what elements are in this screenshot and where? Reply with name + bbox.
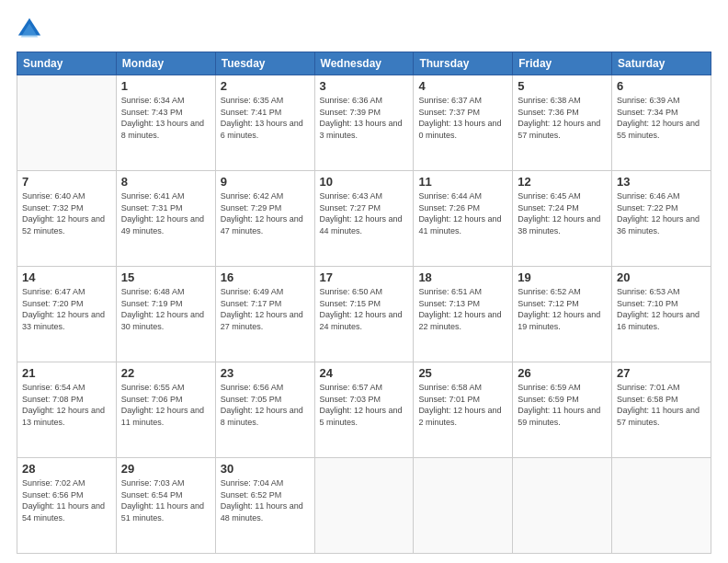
day-info: Sunrise: 7:04 AMSunset: 6:52 PMDaylight:… [221,477,310,523]
day-number: 11 [418,175,507,189]
weekday-header: Sunday [17,52,117,75]
day-number: 24 [320,366,409,380]
day-info: Sunrise: 6:49 AMSunset: 7:17 PMDaylight:… [221,286,310,332]
calendar-cell: 18Sunrise: 6:51 AMSunset: 7:13 PMDayligh… [414,267,513,362]
calendar-cell: 22Sunrise: 6:55 AMSunset: 7:06 PMDayligh… [116,362,215,458]
day-info: Sunrise: 7:03 AMSunset: 6:54 PMDaylight:… [121,477,210,523]
calendar-cell: 3Sunrise: 6:36 AMSunset: 7:39 PMDaylight… [314,75,414,171]
day-number: 4 [418,79,507,93]
day-info: Sunrise: 6:35 AMSunset: 7:41 PMDaylight:… [221,95,310,141]
calendar-week-row: 14Sunrise: 6:47 AMSunset: 7:20 PMDayligh… [17,267,711,362]
day-info: Sunrise: 6:34 AMSunset: 7:43 PMDaylight:… [121,95,210,141]
calendar-cell [612,458,711,554]
calendar-week-row: 7Sunrise: 6:40 AMSunset: 7:32 PMDaylight… [17,171,711,267]
weekday-header: Monday [116,52,215,75]
day-number: 19 [518,270,607,284]
day-number: 6 [617,79,706,93]
day-info: Sunrise: 6:50 AMSunset: 7:15 PMDaylight:… [320,286,409,332]
calendar-cell: 6Sunrise: 6:39 AMSunset: 7:34 PMDaylight… [612,75,711,171]
calendar-cell: 25Sunrise: 6:58 AMSunset: 7:01 PMDayligh… [414,362,513,458]
header [17,17,711,42]
logo [17,17,46,42]
day-number: 13 [617,175,706,189]
day-info: Sunrise: 6:59 AMSunset: 6:59 PMDaylight:… [518,382,607,428]
day-number: 20 [617,270,706,284]
calendar-cell: 5Sunrise: 6:38 AMSunset: 7:36 PMDaylight… [513,75,612,171]
day-number: 30 [221,462,310,476]
day-number: 21 [22,366,111,380]
day-number: 16 [221,270,310,284]
calendar-cell: 19Sunrise: 6:52 AMSunset: 7:12 PMDayligh… [513,267,612,362]
calendar-cell: 26Sunrise: 6:59 AMSunset: 6:59 PMDayligh… [513,362,612,458]
logo-icon [17,17,42,42]
calendar-cell: 12Sunrise: 6:45 AMSunset: 7:24 PMDayligh… [513,171,612,267]
day-number: 28 [22,462,111,476]
calendar-cell: 17Sunrise: 6:50 AMSunset: 7:15 PMDayligh… [314,267,414,362]
day-info: Sunrise: 6:44 AMSunset: 7:26 PMDaylight:… [418,190,507,236]
day-number: 18 [418,270,507,284]
calendar-cell [414,458,513,554]
day-number: 9 [221,175,310,189]
calendar-cell [17,75,117,171]
day-number: 10 [320,175,409,189]
page: SundayMondayTuesdayWednesdayThursdayFrid… [0,0,728,563]
calendar-cell: 2Sunrise: 6:35 AMSunset: 7:41 PMDaylight… [215,75,314,171]
calendar-cell: 30Sunrise: 7:04 AMSunset: 6:52 PMDayligh… [215,458,314,554]
day-number: 8 [121,175,210,189]
calendar-cell: 27Sunrise: 7:01 AMSunset: 6:58 PMDayligh… [612,362,711,458]
day-number: 2 [221,79,310,93]
day-info: Sunrise: 6:42 AMSunset: 7:29 PMDaylight:… [221,190,310,236]
day-info: Sunrise: 6:41 AMSunset: 7:31 PMDaylight:… [121,190,210,236]
day-info: Sunrise: 6:54 AMSunset: 7:08 PMDaylight:… [22,382,111,428]
day-info: Sunrise: 6:57 AMSunset: 7:03 PMDaylight:… [320,382,409,428]
day-info: Sunrise: 6:45 AMSunset: 7:24 PMDaylight:… [518,190,607,236]
calendar-week-row: 1Sunrise: 6:34 AMSunset: 7:43 PMDaylight… [17,75,711,171]
calendar-cell: 11Sunrise: 6:44 AMSunset: 7:26 PMDayligh… [414,171,513,267]
day-info: Sunrise: 6:40 AMSunset: 7:32 PMDaylight:… [22,190,111,236]
calendar-cell: 14Sunrise: 6:47 AMSunset: 7:20 PMDayligh… [17,267,117,362]
weekday-header: Tuesday [215,52,314,75]
day-number: 25 [418,366,507,380]
day-number: 12 [518,175,607,189]
calendar-week-row: 21Sunrise: 6:54 AMSunset: 7:08 PMDayligh… [17,362,711,458]
calendar-cell [314,458,414,554]
day-info: Sunrise: 7:02 AMSunset: 6:56 PMDaylight:… [22,477,111,523]
calendar-cell: 9Sunrise: 6:42 AMSunset: 7:29 PMDaylight… [215,171,314,267]
calendar-cell: 24Sunrise: 6:57 AMSunset: 7:03 PMDayligh… [314,362,414,458]
calendar-cell: 28Sunrise: 7:02 AMSunset: 6:56 PMDayligh… [17,458,117,554]
calendar-cell: 13Sunrise: 6:46 AMSunset: 7:22 PMDayligh… [612,171,711,267]
calendar-cell: 7Sunrise: 6:40 AMSunset: 7:32 PMDaylight… [17,171,117,267]
calendar-cell: 10Sunrise: 6:43 AMSunset: 7:27 PMDayligh… [314,171,414,267]
calendar-cell: 8Sunrise: 6:41 AMSunset: 7:31 PMDaylight… [116,171,215,267]
calendar-cell: 21Sunrise: 6:54 AMSunset: 7:08 PMDayligh… [17,362,117,458]
weekday-header: Wednesday [314,52,414,75]
weekday-header: Thursday [414,52,513,75]
calendar-cell: 23Sunrise: 6:56 AMSunset: 7:05 PMDayligh… [215,362,314,458]
day-info: Sunrise: 6:51 AMSunset: 7:13 PMDaylight:… [418,286,507,332]
day-number: 15 [121,270,210,284]
day-number: 22 [121,366,210,380]
day-number: 29 [121,462,210,476]
day-info: Sunrise: 6:55 AMSunset: 7:06 PMDaylight:… [121,382,210,428]
day-number: 5 [518,79,607,93]
calendar-table: SundayMondayTuesdayWednesdayThursdayFrid… [17,52,711,554]
day-info: Sunrise: 6:47 AMSunset: 7:20 PMDaylight:… [22,286,111,332]
day-number: 27 [617,366,706,380]
day-info: Sunrise: 6:58 AMSunset: 7:01 PMDaylight:… [418,382,507,428]
day-info: Sunrise: 6:37 AMSunset: 7:37 PMDaylight:… [418,95,507,141]
day-number: 1 [121,79,210,93]
day-number: 7 [22,175,111,189]
day-info: Sunrise: 6:46 AMSunset: 7:22 PMDaylight:… [617,190,706,236]
calendar-cell: 15Sunrise: 6:48 AMSunset: 7:19 PMDayligh… [116,267,215,362]
day-info: Sunrise: 6:48 AMSunset: 7:19 PMDaylight:… [121,286,210,332]
calendar-cell: 16Sunrise: 6:49 AMSunset: 7:17 PMDayligh… [215,267,314,362]
day-number: 3 [320,79,409,93]
day-info: Sunrise: 6:38 AMSunset: 7:36 PMDaylight:… [518,95,607,141]
day-info: Sunrise: 6:43 AMSunset: 7:27 PMDaylight:… [320,190,409,236]
weekday-header: Saturday [612,52,711,75]
day-info: Sunrise: 7:01 AMSunset: 6:58 PMDaylight:… [617,382,706,428]
day-info: Sunrise: 6:52 AMSunset: 7:12 PMDaylight:… [518,286,607,332]
calendar-cell: 4Sunrise: 6:37 AMSunset: 7:37 PMDaylight… [414,75,513,171]
day-info: Sunrise: 6:39 AMSunset: 7:34 PMDaylight:… [617,95,706,141]
day-number: 14 [22,270,111,284]
